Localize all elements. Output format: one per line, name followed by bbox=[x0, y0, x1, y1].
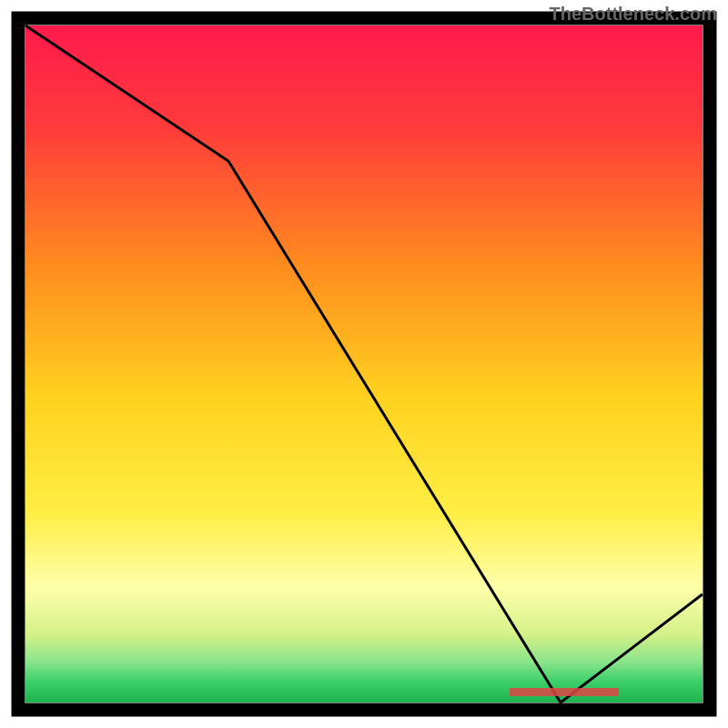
bottleneck-chart bbox=[0, 0, 728, 728]
plot-background bbox=[25, 25, 703, 703]
attribution-text: TheBottleneck.com bbox=[550, 4, 717, 25]
svg-rect-0 bbox=[510, 688, 619, 696]
min-marker bbox=[510, 688, 619, 696]
